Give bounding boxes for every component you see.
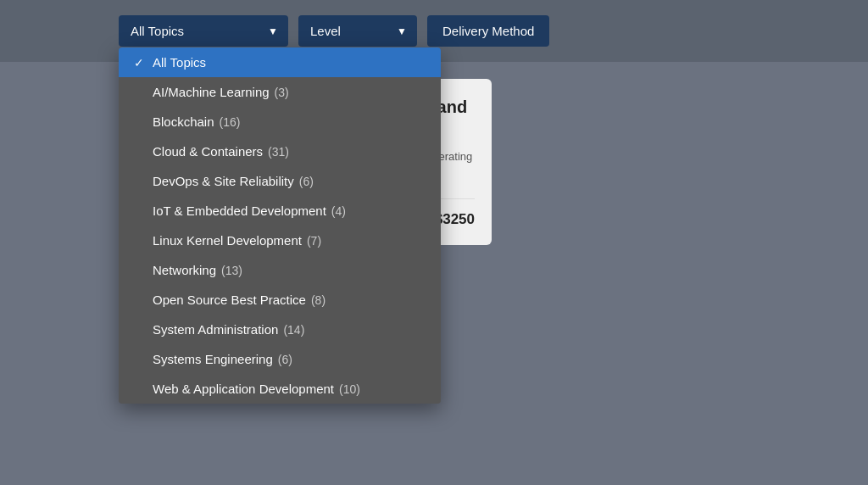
dropdown-item-label: System Administration	[153, 322, 278, 337]
dropdown-item[interactable]: Linux Kernel Development (7)	[119, 226, 441, 255]
dropdown-item-count: (7)	[307, 234, 321, 248]
dropdown-item-label: All Topics	[153, 55, 206, 70]
dropdown-item-count: (31)	[268, 145, 289, 159]
dropdown-item-label: Systems Engineering	[153, 352, 273, 366]
dropdown-item[interactable]: Blockchain (16)	[119, 107, 441, 137]
dropdown-item-count: (3)	[275, 86, 289, 99]
dropdown-item-count: (10)	[339, 382, 360, 396]
topics-select-label: All Topics	[131, 24, 184, 38]
topics-select[interactable]: All Topics	[119, 15, 288, 47]
dropdown-item[interactable]: System Administration (14)	[119, 315, 441, 344]
dropdown-item-label: Blockchain	[153, 114, 214, 129]
dropdown-item[interactable]: AI/Machine Learning (3)	[119, 77, 441, 107]
dropdown-item-count: (13)	[221, 264, 242, 277]
dropdown-item-count: (6)	[299, 175, 314, 188]
dropdown-item[interactable]: IoT & Embedded Development (4)	[119, 196, 441, 226]
dropdown-item-count: (16)	[220, 115, 241, 129]
dropdown-item[interactable]: Networking (13)	[119, 255, 441, 285]
topics-dropdown: ✓All TopicsAI/Machine Learning (3)Blockc…	[119, 47, 441, 404]
dropdown-item[interactable]: Open Source Best Practice (8)	[119, 285, 441, 315]
level-select-label: Level	[310, 24, 341, 38]
dropdown-item-label: Open Source Best Practice	[153, 293, 306, 307]
dropdown-item[interactable]: Web & Application Development (10)	[119, 374, 441, 404]
dropdown-item-label: Web & Application Development	[153, 382, 334, 396]
dropdown-item-count: (8)	[311, 293, 326, 307]
topics-filter-wrapper[interactable]: All Topics ▼	[119, 15, 288, 47]
dropdown-item-count: (6)	[278, 353, 292, 366]
dropdown-item-label: DevOps & Site Reliability	[153, 174, 294, 188]
dropdown-item[interactable]: Cloud & Containers (31)	[119, 137, 441, 166]
dropdown-item-label: Linux Kernel Development	[153, 233, 302, 248]
level-select[interactable]: Level	[298, 15, 417, 47]
dropdown-item-label: AI/Machine Learning	[153, 85, 270, 99]
dropdown-item-label: Networking	[153, 263, 216, 277]
dropdown-item-label: IoT & Embedded Development	[153, 203, 326, 218]
dropdown-item[interactable]: Systems Engineering (6)	[119, 344, 441, 374]
check-icon: ✓	[134, 56, 147, 70]
dropdown-item-label: Cloud & Containers	[153, 144, 263, 159]
dropdown-item[interactable]: ✓All Topics	[119, 47, 441, 77]
level-filter-wrapper[interactable]: Level ▼	[298, 15, 417, 47]
dropdown-item-count: (4)	[331, 204, 346, 218]
dropdown-item[interactable]: DevOps & Site Reliability (6)	[119, 166, 441, 196]
dropdown-item-count: (14)	[283, 323, 304, 337]
delivery-method-button[interactable]: Delivery Method	[427, 15, 549, 47]
